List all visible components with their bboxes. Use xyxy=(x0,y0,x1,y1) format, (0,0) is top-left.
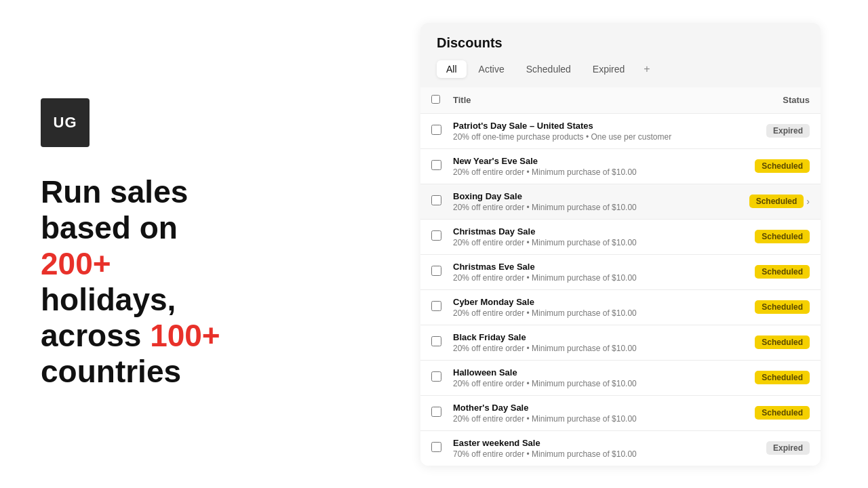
row-checkbox-col xyxy=(431,407,453,420)
tabs-container: All Active Scheduled Expired + xyxy=(437,60,804,78)
row-checkbox[interactable] xyxy=(431,266,441,276)
header-checkbox-col xyxy=(431,94,453,106)
tagline-line5: countries xyxy=(41,354,181,389)
chevron-down-icon[interactable]: › xyxy=(806,196,810,207)
tagline: Run sales based on 200+ holidays, across… xyxy=(41,174,339,389)
row-content: Mother's Day Sale 20% off entire order •… xyxy=(453,403,735,424)
tab-scheduled[interactable]: Scheduled xyxy=(517,60,580,78)
row-checkbox-col xyxy=(431,125,453,138)
row-subtitle: 20% off entire order • Minimum purchase … xyxy=(453,167,735,177)
tab-active[interactable]: Active xyxy=(469,60,514,78)
row-title: Halloween Sale xyxy=(453,367,735,378)
row-title: New Year's Eve Sale xyxy=(453,156,735,166)
row-content: Easter weekend Sale 70% off entire order… xyxy=(453,438,735,459)
row-status: Expired xyxy=(735,124,810,138)
row-checkbox-col xyxy=(431,442,453,455)
row-subtitle: 20% off entire order • Minimum purchase … xyxy=(453,308,735,318)
tab-all[interactable]: All xyxy=(437,60,467,78)
row-subtitle: 20% off one-time purchase products • One… xyxy=(453,132,735,142)
tagline-line1: Run sales xyxy=(41,174,188,209)
row-content: Halloween Sale 20% off entire order • Mi… xyxy=(453,367,735,388)
row-checkbox-col xyxy=(431,266,453,279)
tagline-highlight1: 200+ xyxy=(41,246,111,281)
row-checkbox[interactable] xyxy=(431,371,441,382)
tab-expired[interactable]: Expired xyxy=(583,60,634,78)
row-status: Scheduled xyxy=(735,336,810,349)
row-subtitle: 70% off entire order • Minimum purchase … xyxy=(453,449,735,459)
logo: UG xyxy=(41,98,90,147)
row-content: Christmas Day Sale 20% off entire order … xyxy=(453,226,735,247)
row-subtitle: 20% off entire order • Minimum purchase … xyxy=(453,203,735,212)
row-subtitle: 20% off entire order • Minimum purchase … xyxy=(453,379,735,388)
header-status-col: Status xyxy=(735,95,810,105)
status-badge: Scheduled xyxy=(755,159,810,173)
status-badge: Scheduled xyxy=(755,406,810,420)
row-checkbox[interactable] xyxy=(431,301,441,311)
row-title: Boxing Day Sale xyxy=(453,191,735,201)
row-title: Mother's Day Sale xyxy=(453,403,735,413)
row-title: Black Friday Sale xyxy=(453,332,735,342)
header-title-col: Title xyxy=(453,95,735,105)
row-checkbox-col xyxy=(431,195,453,208)
table-row[interactable]: Cyber Monday Sale 20% off entire order •… xyxy=(420,290,821,325)
row-checkbox[interactable] xyxy=(431,160,441,170)
discounts-table: Title Status Patriot's Day Sale – United… xyxy=(420,87,821,466)
row-checkbox[interactable] xyxy=(431,407,441,417)
row-subtitle: 20% off entire order • Minimum purchase … xyxy=(453,238,735,247)
row-checkbox[interactable] xyxy=(431,336,441,346)
row-checkbox[interactable] xyxy=(431,230,441,241)
row-content: Boxing Day Sale 20% off entire order • M… xyxy=(453,191,735,212)
status-badge: Scheduled xyxy=(755,265,810,279)
row-content: Christmas Eve Sale 20% off entire order … xyxy=(453,262,735,283)
table-row[interactable]: Black Friday Sale 20% off entire order •… xyxy=(420,325,821,361)
row-checkbox-col xyxy=(431,371,453,384)
row-content: Black Friday Sale 20% off entire order •… xyxy=(453,332,735,353)
discounts-card: Discounts All Active Scheduled Expired +… xyxy=(420,23,821,466)
table-row[interactable]: Mother's Day Sale 20% off entire order •… xyxy=(420,396,821,431)
row-checkbox-col xyxy=(431,160,453,173)
row-checkbox-col xyxy=(431,230,453,243)
row-title: Easter weekend Sale xyxy=(453,438,735,448)
row-checkbox-col xyxy=(431,301,453,314)
status-badge: Scheduled xyxy=(755,300,810,314)
discounts-title: Discounts xyxy=(437,35,804,51)
table-row[interactable]: Easter weekend Sale 70% off entire order… xyxy=(420,431,821,466)
tab-add-button[interactable]: + xyxy=(637,60,656,78)
row-title: Patriot's Day Sale – United States xyxy=(453,121,735,131)
tagline-highlight2: 100+ xyxy=(150,318,220,353)
left-panel: UG Run sales based on 200+ holidays, acr… xyxy=(0,58,380,430)
row-title: Cyber Monday Sale xyxy=(453,297,735,307)
tagline-line4: across xyxy=(41,318,150,353)
row-status: Scheduled xyxy=(735,300,810,314)
right-panel: Discounts All Active Scheduled Expired +… xyxy=(380,0,868,488)
status-badge: Expired xyxy=(766,441,810,455)
row-status: Scheduled xyxy=(735,406,810,420)
row-checkbox[interactable] xyxy=(431,125,441,135)
row-content: Cyber Monday Sale 20% off entire order •… xyxy=(453,297,735,318)
row-checkbox[interactable] xyxy=(431,442,441,452)
logo-text: UG xyxy=(54,114,77,131)
row-checkbox-col xyxy=(431,336,453,349)
row-status: Scheduled xyxy=(735,159,810,173)
row-content: Patriot's Day Sale – United States 20% o… xyxy=(453,121,735,142)
table-row[interactable]: New Year's Eve Sale 20% off entire order… xyxy=(420,149,821,184)
status-badge: Scheduled xyxy=(755,336,810,349)
row-checkbox[interactable] xyxy=(431,195,441,205)
status-badge: Expired xyxy=(766,124,810,138)
select-all-checkbox[interactable] xyxy=(431,95,440,104)
table-row[interactable]: Christmas Day Sale 20% off entire order … xyxy=(420,220,821,255)
row-status: Scheduled › xyxy=(735,195,810,208)
table-row[interactable]: Halloween Sale 20% off entire order • Mi… xyxy=(420,361,821,396)
table-row[interactable]: Boxing Day Sale 20% off entire order • M… xyxy=(420,184,821,220)
table-row[interactable]: Christmas Eve Sale 20% off entire order … xyxy=(420,255,821,290)
status-badge: Scheduled xyxy=(755,371,810,384)
card-header: Discounts All Active Scheduled Expired + xyxy=(420,23,821,87)
row-status: Scheduled xyxy=(735,265,810,279)
table-row[interactable]: Patriot's Day Sale – United States 20% o… xyxy=(420,114,821,149)
row-status: Scheduled xyxy=(735,371,810,384)
status-badge: Scheduled xyxy=(755,230,810,243)
row-subtitle: 20% off entire order • Minimum purchase … xyxy=(453,344,735,353)
row-title: Christmas Eve Sale xyxy=(453,262,735,272)
status-badge: Scheduled xyxy=(749,195,804,208)
tagline-line2: based on xyxy=(41,210,178,245)
